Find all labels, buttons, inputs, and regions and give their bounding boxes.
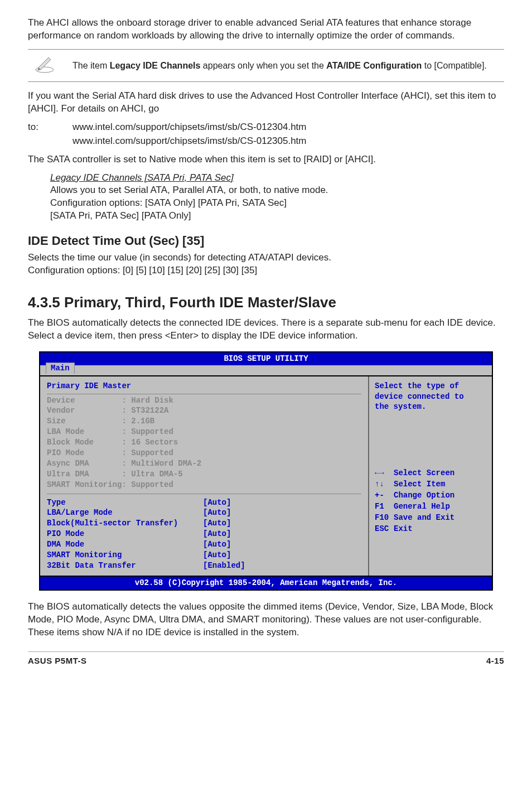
url-row-2: www.intel.com/support/chipsets/imst/sb/C… [28,135,504,148]
bios-info-row: Ultra DMA : Ultra DMA-5 [47,469,361,480]
detect-heading: IDE Detect Time Out (Sec) [35] [28,233,504,249]
bios-setting-label: LBA/Large Mode [47,508,203,518]
note-suffix: to [Compatible]. [422,61,487,70]
bios-help-key: F1 [375,501,394,512]
bios-setting-label: Block(Multi-sector Transfer) [47,518,203,529]
bios-help-key: ←→ [375,468,394,479]
section-heading: 4.3.5 Primary, Third, Fourth IDE Master/… [28,293,504,312]
url-row-1: to: www.intel.com/support/chipsets/imst/… [28,121,504,134]
bios-help-text: the system. [375,402,486,412]
bios-help-label: General Help [394,501,450,512]
footer-left: ASUS P5MT-S [28,655,87,666]
note-text: The item Legacy IDE Channels appears onl… [61,60,504,72]
legacy-line3: [SATA Pri, PATA Sec] [PATA Only] [50,210,504,223]
bios-setting-row: LBA/Large Mode[Auto] [47,508,361,518]
bios-setting-label: SMART Monitoring [47,550,203,561]
bios-setting-label: 32Bit Data Transfer [47,561,203,571]
bios-help-text: device connected to [375,392,486,402]
bios-setting-row: DMA Mode[Auto] [47,539,361,550]
url1: www.intel.com/support/chipsets/imst/sb/C… [72,121,307,134]
bios-help-text: Select the type of [375,381,486,392]
bios-setting-row: SMART Monitoring[Auto] [47,550,361,561]
bios-left-panel: Primary IDE Master Device : Hard Disk Ve… [40,376,369,576]
bios-info-row: Async DMA : MultiWord DMA-2 [47,458,361,469]
bios-help-row: ESCExit [375,524,486,534]
bios-setting-value: [Auto] [203,508,231,518]
bios-info-row: Vendor : ST32122A [47,405,361,416]
bios-tab-main: Main [46,363,75,374]
bios-info-row: Block Mode : 16 Sectors [47,437,361,448]
bios-setting-value: [Auto] [203,518,231,529]
bios-help-row: ↑↓Select Item [375,479,486,490]
pencil-icon [28,53,61,78]
closing-paragraph: The BIOS automatically detects the value… [28,601,504,639]
note-bold2: ATA/IDE Configuration [326,61,422,70]
bios-setting-row: 32Bit Data Transfer[Enabled] [47,561,361,571]
bios-help-row: ←→Select Screen [375,468,486,479]
bios-setting-label: PIO Mode [47,529,203,539]
bios-screenshot: BIOS SETUP UTILITY Main Primary IDE Mast… [39,351,493,591]
bios-help-label: Select Screen [394,468,454,479]
bios-setting-value: [Auto] [203,529,231,539]
page-footer: ASUS P5MT-S 4-15 [28,651,504,666]
bios-info-row: SMART Monitoring: Supported [47,480,361,490]
bios-panel-title: Primary IDE Master [47,381,361,394]
intro-paragraph: The AHCI allows the onboard storage driv… [28,17,504,42]
bios-body: Primary IDE Master Device : Hard Disk Ve… [40,375,492,576]
bios-help-key: F10 [375,513,394,523]
note-bold1: Legacy IDE Channels [110,61,201,70]
bios-help-row: +-Change Option [375,490,486,501]
bios-setting-label: DMA Mode [47,539,203,550]
bios-setting-value: [Auto] [203,539,231,550]
bios-setting-value: [Auto] [203,497,231,508]
bios-help-row: F10Save and Exit [375,513,486,523]
svg-marker-1 [38,57,51,70]
bios-setting-label: Type [47,497,203,508]
bios-info-row: PIO Mode : Supported [47,448,361,458]
to-label: to: [28,121,72,134]
section-paragraph: The BIOS automatically detects the conne… [28,317,504,342]
bios-footer: v02.58 (C)Copyright 1985-2004, American … [40,576,492,590]
bios-right-panel: Select the type of device connected to t… [369,376,492,576]
bios-setting-value: [Enabled] [203,561,245,571]
bios-help-label: Select Item [394,479,445,490]
bios-info-row: Size : 2.1GB [47,416,361,427]
bios-title: BIOS SETUP UTILITY [224,354,308,363]
bios-settings-block: Type[Auto] LBA/Large Mode[Auto] Block(Mu… [47,494,361,571]
bios-help-key: +- [375,490,394,501]
to-label-spacer [28,135,72,148]
bios-info-row: Device : Hard Disk [47,395,361,406]
bios-setting-row: Type[Auto] [47,497,361,508]
bios-help-label: Save and Exit [394,513,454,523]
footer-right: 4-15 [486,655,504,666]
note-prefix: The item [72,61,110,70]
bios-help-label: Change Option [394,490,454,501]
bios-setting-row: Block(Multi-sector Transfer)[Auto] [47,518,361,529]
legacy-line1: Allows you to set Serial ATA, Parallel A… [50,184,504,197]
legacy-heading: Legacy IDE Channels [SATA Pri, PATA Sec] [50,172,504,185]
note-box: The item Legacy IDE Channels appears onl… [28,49,504,82]
bios-info-row: LBA Mode : Supported [47,427,361,437]
native-mode-paragraph: The SATA controller is set to Native mod… [28,153,504,166]
bios-help-key: ↑↓ [375,479,394,490]
note-mid: appears only when you set the [200,61,326,70]
bios-setting-value: [Auto] [203,550,231,561]
bios-help-row: F1General Help [375,501,486,512]
url2: www.intel.com/support/chipsets/imst/sb/C… [72,135,307,148]
bios-help-key: ESC [375,524,394,534]
detect-line2: Configuration options: [0] [5] [10] [15]… [28,264,504,277]
bios-setting-row: PIO Mode[Auto] [47,529,361,539]
bios-help-label: Exit [394,524,413,534]
detect-line1: Selects the time our value (in seconds) … [28,252,504,264]
legacy-line2: Configuration options: [SATA Only] [PATA… [50,197,504,210]
legacy-block: Legacy IDE Channels [SATA Pri, PATA Sec]… [28,172,504,223]
bios-title-bar: BIOS SETUP UTILITY Main [40,352,492,365]
ahci-paragraph: If you want the Serial ATA hard disk dri… [28,90,504,115]
